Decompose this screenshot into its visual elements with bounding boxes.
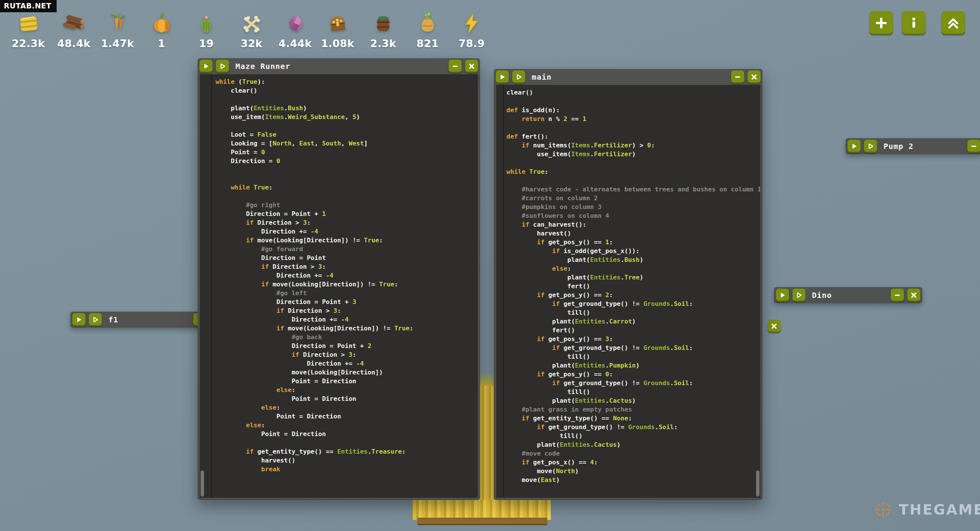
scrollbar-thumb[interactable]: [201, 471, 204, 497]
step-program-button[interactable]: [792, 289, 805, 302]
collapsed-window-f1[interactable]: f1: [70, 312, 208, 328]
code-window-maze-runner: Maze Runner while (True): clear() plant(…: [198, 58, 480, 500]
resource-item: 1.08k: [314, 11, 361, 49]
close-icon: [770, 322, 778, 330]
resource-count: 1.08k: [314, 38, 361, 49]
resource-count: 821: [404, 38, 451, 49]
plus-icon: [874, 16, 888, 30]
play-icon: [850, 142, 858, 150]
resource-item: 78.9: [448, 11, 495, 49]
play-icon: [778, 291, 787, 299]
site-watermark: RUTAB.NET: [0, 0, 57, 12]
resource-item: 2.3k: [359, 11, 407, 49]
wheat-field: [413, 500, 551, 520]
wood-icon: [62, 11, 86, 36]
thegamer-logo-icon: [873, 499, 893, 520]
window-title: main: [532, 73, 552, 81]
play-icon: [202, 62, 210, 70]
step-play-icon: [218, 62, 227, 70]
code-text: while (True): clear() plant(Entities.Bus…: [200, 74, 478, 474]
resource-count: 2.3k: [359, 38, 407, 49]
close-icon: [467, 62, 476, 70]
window-titlebar[interactable]: Maze Runner: [198, 58, 480, 74]
restore-window-button[interactable]: [891, 289, 904, 302]
wheat-field: [479, 380, 495, 502]
run-program-button[interactable]: [776, 289, 789, 302]
run-program-button[interactable]: [72, 313, 85, 326]
treasure-icon: [325, 11, 350, 36]
close-hidden-window-button[interactable]: [768, 320, 781, 333]
carrot-icon: [105, 11, 130, 36]
seed-bag-icon: [415, 11, 440, 36]
hay-icon: [16, 11, 41, 36]
add-window-button[interactable]: [869, 11, 893, 35]
run-program-button[interactable]: [496, 70, 509, 83]
close-icon: [910, 291, 918, 299]
resource-item: 22.3k: [5, 11, 52, 49]
close-window-button[interactable]: [907, 289, 920, 302]
minimize-window-button[interactable]: [449, 60, 462, 73]
code-text: clear() def is_odd(n): return n % 2 == 1…: [496, 85, 760, 484]
resource-item: 821: [404, 11, 451, 49]
step-program-button[interactable]: [89, 313, 102, 326]
window-title: f1: [108, 316, 118, 324]
gutter-divider: [503, 85, 504, 498]
run-program-button[interactable]: [199, 60, 212, 73]
close-window-button[interactable]: [465, 60, 478, 73]
resource-item: 48.4k: [50, 11, 98, 49]
game-screen: RUTAB.NET 22.3k48.4k1.47k11932k4.44k1.08…: [0, 0, 980, 531]
minus-icon: [451, 62, 459, 70]
play-icon: [75, 315, 83, 324]
resource-item: 4.44k: [271, 11, 319, 49]
collapsed-window-pump-2[interactable]: Pump 2: [846, 138, 980, 154]
water-tank-icon: [371, 11, 395, 36]
code-editor[interactable]: clear() def is_odd(n): return n % 2 == 1…: [494, 85, 763, 500]
restore-window-button[interactable]: [967, 140, 980, 153]
code-window-main: main clear() def is_odd(n): return n % 2…: [494, 69, 763, 500]
minus-icon: [733, 73, 742, 81]
collapsed-window-dino[interactable]: Dino: [774, 287, 922, 303]
code-editor[interactable]: while (True): clear() plant(Entities.Bus…: [198, 74, 480, 500]
pumpkin-icon: [149, 11, 174, 36]
window-title: Dino: [812, 291, 832, 299]
scrollbar-thumb[interactable]: [756, 471, 760, 497]
minus-icon: [970, 142, 978, 150]
step-program-button[interactable]: [216, 60, 229, 73]
resource-count: 1: [138, 38, 185, 49]
double-chevron-up-icon: [946, 16, 960, 30]
minus-icon: [893, 291, 902, 299]
resource-count: 78.9: [448, 38, 495, 49]
gutter-divider: [211, 74, 212, 498]
publisher-name: THEGAMER: [899, 503, 980, 517]
resource-count: 1.47k: [94, 38, 141, 49]
info-icon: [907, 16, 921, 30]
bone-icon: [239, 11, 264, 36]
step-program-button[interactable]: [864, 140, 877, 153]
run-program-button[interactable]: [848, 140, 861, 153]
resource-item: 1.47k: [94, 11, 141, 49]
soil-edge: [417, 518, 547, 524]
resource-count: 48.4k: [50, 38, 98, 49]
weird-substance-icon: [283, 11, 307, 36]
publisher-watermark: THEGAMER: [873, 499, 980, 520]
play-icon: [498, 73, 506, 81]
cactus-icon: [194, 11, 219, 36]
step-play-icon: [514, 73, 523, 81]
step-play-icon: [866, 142, 875, 150]
collapse-all-button[interactable]: [941, 11, 965, 35]
power-icon: [459, 11, 484, 36]
info-button[interactable]: [902, 11, 926, 35]
resource-count: 19: [183, 38, 230, 49]
resource-item: 32k: [228, 11, 275, 49]
step-program-button[interactable]: [512, 70, 525, 83]
resource-count: 22.3k: [5, 38, 52, 49]
resource-count: 32k: [228, 38, 275, 49]
window-titlebar[interactable]: main: [494, 69, 763, 85]
minimize-window-button[interactable]: [731, 70, 744, 83]
window-title: Maze Runner: [235, 62, 290, 70]
step-play-icon: [91, 315, 100, 324]
close-icon: [750, 73, 758, 81]
close-window-button[interactable]: [748, 70, 761, 83]
resource-item: 1: [138, 11, 185, 49]
resource-count: 4.44k: [271, 38, 319, 49]
